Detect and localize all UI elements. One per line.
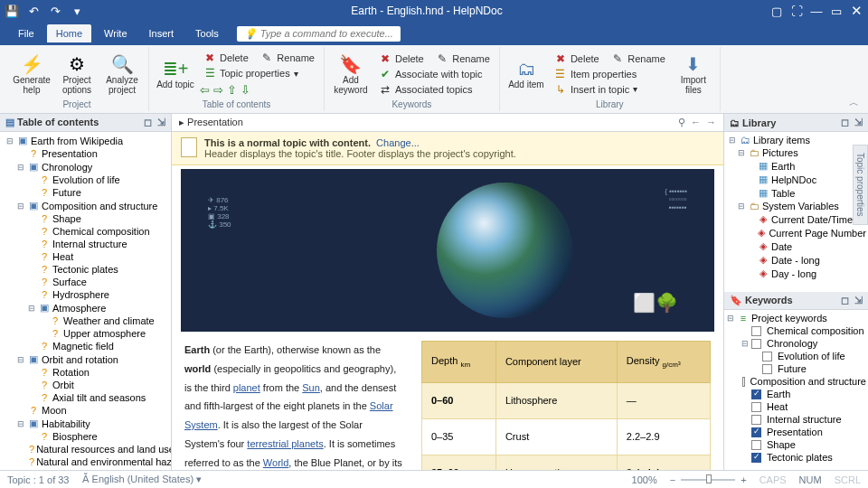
toc-move-buttons[interactable]: ⇦⇨⇧⇩	[200, 81, 318, 97]
toc-item[interactable]: ?Evolution of life	[2, 174, 169, 186]
library-item[interactable]: ▦HelpNDoc	[726, 173, 866, 186]
analyze-project-button[interactable]: 🔍Analyze project	[101, 49, 143, 99]
pin2-icon[interactable]: ⇲	[854, 117, 863, 128]
pin2-icon[interactable]: ⇲	[157, 117, 165, 128]
keyword-item[interactable]: Composition and structure	[726, 375, 866, 388]
link-terrestrial[interactable]: terrestrial planets	[247, 438, 323, 449]
toc-item[interactable]: ?Natural resources and land use	[2, 443, 169, 455]
pin-icon[interactable]: ◻	[841, 117, 849, 128]
link-world[interactable]: World	[263, 457, 289, 468]
toc-item[interactable]: ?Heat	[2, 250, 169, 263]
status-lang[interactable]: Ᾰ English (United States) ▾	[82, 474, 203, 485]
project-options-button[interactable]: ⚙Project options	[56, 49, 98, 99]
associate-topic-button[interactable]: ✔Associate with topic	[375, 67, 494, 81]
toc-item[interactable]: ?Weather and climate	[2, 314, 169, 327]
keyword-root[interactable]: ⊟≡Project keywords	[726, 312, 866, 324]
add-item-button[interactable]: 🗂Add item	[505, 49, 547, 99]
tab-tools[interactable]: Tools	[186, 24, 228, 42]
library-item[interactable]: ◈Day - long	[726, 267, 866, 280]
toc-item[interactable]: ?Chemical composition	[2, 225, 169, 238]
tab-file[interactable]: File	[9, 24, 43, 42]
toc-item[interactable]: ?Rotation	[2, 366, 169, 379]
toc-item[interactable]: ?Hydrosphere	[2, 288, 169, 301]
link-sun[interactable]: Sun	[302, 382, 320, 393]
ribbon-collapse-icon[interactable]: ︿	[845, 94, 863, 111]
toc-item[interactable]: ?Orbit	[2, 379, 169, 391]
keyword-item[interactable]: Future	[726, 362, 866, 375]
library-item[interactable]: ⊟🗀Pictures	[726, 146, 866, 159]
save-icon[interactable]: 💾	[5, 5, 18, 17]
toc-item[interactable]: ⊟▣Atmosphere	[2, 301, 169, 314]
pin2-icon[interactable]: ⇲	[854, 295, 863, 306]
zoom-slider[interactable]: −+	[670, 474, 747, 485]
library-item[interactable]: ◈Current Page Number	[726, 226, 866, 239]
tab-insert[interactable]: Insert	[140, 24, 184, 42]
library-tree[interactable]: ⊟🗂Library items⊟🗀Pictures▦Earth▦HelpNDoc…	[724, 132, 868, 292]
library-item[interactable]: ◈Current Date/Time	[726, 212, 866, 226]
breadcrumb[interactable]: Presentation	[187, 117, 243, 127]
toc-item[interactable]: ⊟▣Earth from Wikipedia	[2, 134, 169, 147]
tab-home[interactable]: Home	[47, 24, 91, 42]
library-item[interactable]: ◈Date	[726, 239, 866, 253]
redo-icon[interactable]: ↷	[49, 5, 61, 17]
pin-icon[interactable]: ◻	[144, 117, 152, 128]
keywords-tree[interactable]: ⊟≡Project keywordsChemical composition⊟C…	[724, 310, 868, 470]
toc-tree[interactable]: ⊟▣Earth from Wikipedia?Presentation⊟▣Chr…	[0, 132, 171, 470]
keyword-item[interactable]: Chemical composition	[726, 324, 866, 337]
help-icon[interactable]: ▢	[770, 5, 783, 17]
toc-item[interactable]: ?Axial tilt and seasons	[2, 391, 169, 404]
insert-in-topic-button[interactable]: ↳Insert in topic ▾	[551, 82, 669, 97]
toc-item[interactable]: ?Tectonic plates	[2, 263, 169, 276]
toc-item[interactable]: ⊟▣Habitability	[2, 417, 169, 430]
keyword-item[interactable]: Presentation	[726, 426, 866, 438]
pin-icon[interactable]: ◻	[841, 295, 849, 306]
toc-item[interactable]: ⊟▣Composition and structure	[2, 199, 169, 212]
toc-delete-button[interactable]: ✖Delete ✎Rename	[200, 51, 318, 65]
topic-properties-button[interactable]: ☰Topic properties ▾	[200, 66, 318, 80]
kw-delete-button[interactable]: ✖Delete ✎Rename	[375, 52, 494, 66]
item-properties-button[interactable]: ☰Item properties	[551, 67, 669, 81]
nav-pin-icon[interactable]: ⚲	[678, 117, 685, 128]
tell-me-input[interactable]: 💡 Type a command to execute...	[237, 26, 401, 42]
lib-delete-button[interactable]: ✖Delete ✎Rename	[551, 52, 669, 66]
minimize-icon[interactable]: —	[810, 5, 823, 17]
keyword-item[interactable]: Tectonic plates	[726, 451, 866, 464]
nav-back-icon[interactable]: ←	[691, 117, 701, 128]
keyword-item[interactable]: Evolution of life	[726, 350, 866, 362]
nav-fwd-icon[interactable]: →	[706, 117, 716, 128]
keyword-item[interactable]: Shape	[726, 438, 866, 451]
library-item[interactable]: ▦Table	[726, 186, 866, 200]
fullscreen-icon[interactable]: ⛶	[790, 5, 803, 17]
info-change-link[interactable]: Change...	[376, 137, 420, 148]
library-item[interactable]: ⊟🗂Library items	[726, 134, 866, 146]
library-item[interactable]: ▦Earth	[726, 159, 866, 173]
keyword-item[interactable]: Internal structure	[726, 413, 866, 426]
associated-topics-button[interactable]: ⇄Associated topics	[375, 82, 494, 97]
generate-help-button[interactable]: ⚡Generate help	[11, 49, 52, 99]
qat-dropdown-icon[interactable]: ▾	[71, 5, 83, 17]
library-item[interactable]: ◈Date - long	[726, 253, 866, 267]
toc-item[interactable]: ?Internal structure	[2, 238, 169, 250]
maximize-icon[interactable]: ▭	[830, 5, 843, 17]
toc-item[interactable]: ?Magnetic field	[2, 340, 169, 352]
toc-item[interactable]: ?Surface	[2, 276, 169, 288]
keyword-item[interactable]: Heat	[726, 400, 866, 413]
add-topic-button[interactable]: ≣+Add topic	[155, 49, 196, 99]
keyword-item[interactable]: Earth	[726, 388, 866, 400]
undo-icon[interactable]: ↶	[27, 5, 40, 17]
topic-properties-tab[interactable]: Topic properties	[853, 145, 868, 225]
keyword-item[interactable]: ⊟Chronology	[726, 337, 866, 350]
toc-item[interactable]: ?Shape	[2, 212, 169, 225]
toc-item[interactable]: ⊟▣Chronology	[2, 160, 169, 174]
add-keyword-button[interactable]: 🔖Add keyword	[330, 49, 372, 99]
editor-content[interactable]: ✈ 876▸ 7.5K▣ 328⚓ 350 { ▪▪▪▪▪▪▪ ▫▫▫▫▫▫▫ …	[172, 165, 723, 470]
toc-item[interactable]: ?Upper atmosphere	[2, 327, 169, 340]
toc-item[interactable]: ?Biosphere	[2, 430, 169, 443]
tab-write[interactable]: Write	[95, 24, 136, 42]
toc-item[interactable]: ?Presentation	[2, 147, 169, 160]
toc-item[interactable]: ?Future	[2, 186, 169, 199]
close-icon[interactable]: ✕	[850, 5, 863, 17]
toc-item[interactable]: ⊟▣Orbit and rotation	[2, 352, 169, 366]
import-files-button[interactable]: ⬇Import files	[673, 49, 714, 99]
library-item[interactable]: ⊟🗀System Variables	[726, 200, 866, 212]
